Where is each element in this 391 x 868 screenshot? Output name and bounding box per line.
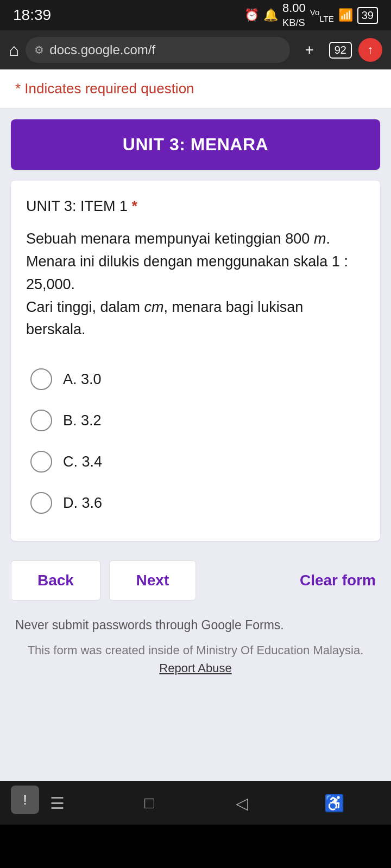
battery-indicator: 39 xyxy=(357,7,378,24)
speed-text: 8.00 KB/S xyxy=(282,1,306,29)
tab-count[interactable]: 92 xyxy=(329,42,352,59)
alarm-icon: ⏰ xyxy=(244,8,259,22)
back-button[interactable]: Back xyxy=(11,560,100,601)
options-list: A. 3.0 B. 3.2 C. 3.4 D. 3.6 xyxy=(26,359,365,524)
radio-a[interactable] xyxy=(30,368,52,390)
required-notice: * Indicates required question xyxy=(0,69,391,108)
question-label: UNIT 3: ITEM 1 * xyxy=(26,198,365,215)
status-bar: 18:39 ⏰ 🔔 8.00 KB/S VoLTE 📶 39 xyxy=(0,0,391,30)
question-text: Sebuah menara mempunyai ketinggian 800 m… xyxy=(26,228,365,341)
signal-icon: 📶 xyxy=(338,8,353,22)
option-d[interactable]: D. 3.6 xyxy=(26,482,365,524)
footer-org: This form was created inside of Ministry… xyxy=(0,637,391,686)
browser-bar: ⌂ ⚙ docs.google.com/f + 92 ↑ xyxy=(0,30,391,69)
bottom-nav: ☰ □ ◁ ♿ xyxy=(0,781,391,825)
home-nav-button[interactable]: □ xyxy=(133,787,166,819)
option-c[interactable]: C. 3.4 xyxy=(26,441,365,482)
radio-d[interactable] xyxy=(30,492,52,514)
radio-c[interactable] xyxy=(30,451,52,473)
footer-warning: Never submit passwords through Google Fo… xyxy=(0,609,391,637)
nav-bar: Back Next Clear form xyxy=(0,552,391,609)
section-header: UNIT 3: MENARA xyxy=(11,119,380,170)
lock-icon: ⚙ xyxy=(34,43,44,56)
home-button[interactable]: ⌂ xyxy=(9,40,19,60)
page-content: * Indicates required question UNIT 3: ME… xyxy=(0,69,391,781)
menu-button[interactable]: ☰ xyxy=(41,787,73,819)
next-button[interactable]: Next xyxy=(109,560,196,601)
option-c-label: C. 3.4 xyxy=(63,454,102,470)
status-time: 18:39 xyxy=(13,7,51,24)
option-b[interactable]: B. 3.2 xyxy=(26,400,365,441)
option-b-label: B. 3.2 xyxy=(63,412,102,429)
required-star: * xyxy=(132,198,138,214)
option-d-label: D. 3.6 xyxy=(63,495,102,512)
clear-form-button[interactable]: Clear form xyxy=(295,561,380,600)
new-tab-button[interactable]: + xyxy=(297,37,323,63)
report-abuse-link[interactable]: Report Abuse xyxy=(159,661,231,675)
back-nav-button[interactable]: ◁ xyxy=(225,787,258,819)
accessibility-button[interactable]: ♿ xyxy=(318,787,350,819)
status-icons: ⏰ 🔔 8.00 KB/S VoLTE 📶 39 xyxy=(244,1,378,29)
option-a-label: A. 3.0 xyxy=(63,371,102,388)
question-card: UNIT 3: ITEM 1 * Sebuah menara mempunyai… xyxy=(11,181,380,541)
feedback-button[interactable]: ! xyxy=(11,786,39,814)
required-text: * Indicates required question xyxy=(15,80,194,97)
option-a[interactable]: A. 3.0 xyxy=(26,359,365,400)
address-bar[interactable]: ⚙ docs.google.com/f xyxy=(26,37,289,63)
section-title: UNIT 3: MENARA xyxy=(123,135,268,154)
lte-icon: VoLTE xyxy=(310,8,334,23)
radio-b[interactable] xyxy=(30,410,52,431)
url-text: docs.google.com/f xyxy=(49,42,155,58)
section-card: UNIT 3: MENARA xyxy=(11,119,380,170)
upload-button[interactable]: ↑ xyxy=(358,38,382,62)
notification-icon: 🔔 xyxy=(263,8,278,22)
